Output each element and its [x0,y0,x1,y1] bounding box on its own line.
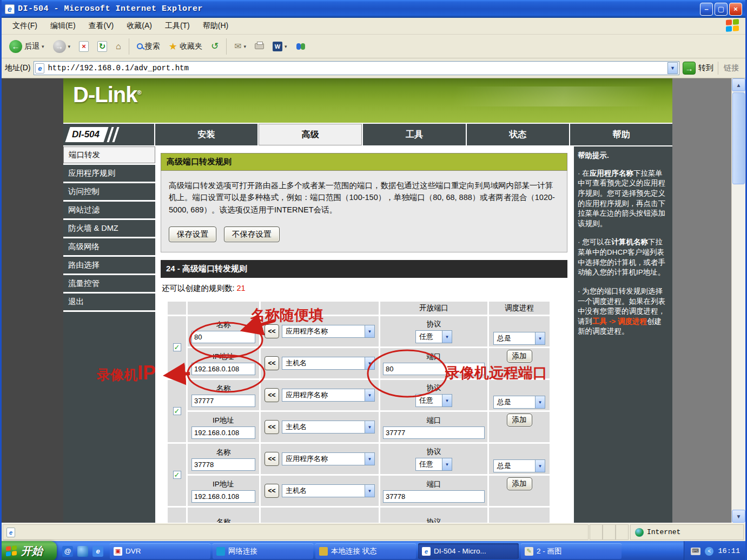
rule2-checkbox[interactable]: ✓ [173,407,181,415]
go-button[interactable]: → 转到 [683,62,713,75]
copy-left-button[interactable]: << [265,388,279,402]
app-name-select[interactable]: 应用程序名称▼ [282,325,375,338]
add-button[interactable]: 添加 [507,414,532,426]
sidebar-item-firewall-dmz[interactable]: 防火墙 & DMZ [63,220,155,237]
quicklaunch-desktop-icon[interactable] [77,546,88,557]
history-button[interactable]: ↺ [208,39,222,53]
sidebar-item-access-control[interactable]: 访问控制 [63,183,155,200]
host-name-select[interactable]: 主机名▼ [282,484,375,497]
menu-help[interactable]: 帮助(H) [196,19,235,33]
refresh-button[interactable]: ↻ [94,40,110,53]
stop-button[interactable]: × [76,40,92,53]
quicklaunch-outlook-icon[interactable]: @ [62,546,73,557]
protocol-select[interactable]: 任意▼ [415,394,452,407]
tray-chevron-icon[interactable]: < [705,547,713,556]
search-button[interactable]: 搜索 [134,41,163,52]
go-label: 转到 [698,63,713,73]
start-button[interactable]: 开始 [2,541,57,560]
copy-left-button[interactable]: << [265,484,279,498]
add-button[interactable]: 添加 [507,477,532,490]
rule1-ip-input[interactable] [191,363,255,375]
help-schedule-link[interactable]: 工具 -> 调度进程 [592,317,647,325]
rule3-port-input[interactable] [383,490,485,503]
minimize-button[interactable]: – [700,3,713,16]
rule2-ip-input[interactable] [191,426,255,439]
rule2-name-input[interactable] [191,395,255,407]
favorites-button[interactable]: ★ 收藏夹 [166,39,206,54]
app-name-select[interactable]: 应用程序名称▼ [282,389,375,402]
rule1-ip-cell: IP地址 [188,348,259,378]
vertical-scrollbar[interactable]: ▲ ▼ [731,78,745,523]
rule1-name-input[interactable] [191,331,255,343]
rule3-ip-input[interactable] [191,490,255,503]
rule3-name-input[interactable] [191,458,255,471]
menu-file[interactable]: 文件(F) [6,19,44,33]
menu-tools[interactable]: 工具(T) [158,19,196,33]
taskbar-item-ie-di504[interactable]: e DI-504 - Micro... [418,543,519,559]
back-button[interactable]: ← 后退 ▾ [6,39,48,54]
host-name-select[interactable]: 主机名▼ [282,421,375,434]
sidebar-item-advanced-network[interactable]: 高级网络 [63,238,155,255]
tab-setup[interactable]: 安装 [155,124,257,145]
tab-advanced[interactable]: 高级 [259,124,362,145]
rule1-port-input[interactable] [383,363,485,375]
dont-save-settings-button[interactable]: 不保存设置 [224,226,280,242]
copy-left-button[interactable]: << [265,452,279,466]
scroll-up-icon[interactable]: ▲ [732,78,745,91]
add-button[interactable]: 添加 [507,350,532,363]
rule4-protocol-cell: 协议 [380,508,487,523]
schedule-select[interactable]: 总是▼ [493,396,545,409]
app-name-select[interactable]: 应用程序名称▼ [282,452,375,465]
sidebar-item-logout[interactable]: 退出 [63,294,155,310]
tab-status[interactable]: 状态 [467,124,569,145]
schedule-select[interactable]: 总是▼ [493,332,545,345]
messenger-button[interactable] [293,41,309,52]
edit-button[interactable]: W ▾ [269,41,290,52]
scroll-down-icon[interactable]: ▼ [732,510,745,523]
protocol-select[interactable]: 任意▼ [415,330,452,343]
copy-left-button[interactable]: << [265,420,279,434]
address-input[interactable] [47,62,667,74]
taskbar-item-label: 网络连接 [228,546,257,556]
taskbar-item-network-connections[interactable]: 网络连接 [213,543,313,559]
tab-tools[interactable]: 工具 [363,124,465,145]
print-button[interactable] [252,42,267,50]
sidebar-item-traffic-control[interactable]: 流量控管 [63,275,155,292]
schedule-select[interactable]: 总是▼ [493,459,545,472]
scrollbar-thumb[interactable] [732,92,745,184]
sidebar-item-routing[interactable]: 路由选择 [63,257,155,274]
mail-dropdown-icon[interactable]: ▾ [244,44,247,49]
host-name-select[interactable]: 主机名▼ [282,357,375,370]
taskbar-item-paint[interactable]: ✎ 2 - 画图 [521,543,622,559]
keyboard-layout-icon[interactable]: ⌨ [691,548,700,555]
taskbar-item-dvr[interactable]: ▣ DVR [110,543,210,559]
sidebar-item-website-filter[interactable]: 网站过滤 [63,202,155,218]
mail-button[interactable]: ✉ ▾ [231,40,249,52]
save-settings-button[interactable]: 保存设置 [169,226,216,242]
main-content: 高级端口转发规则 高级端口转发选项可打开路由器上多个或者某一范围的端口，数据包通… [155,146,573,523]
menu-view[interactable]: 查看(V) [82,19,121,33]
sidebar-item-port-forwarding[interactable]: 端口转发 [63,146,155,163]
home-button[interactable]: ⌂ [113,41,124,52]
maximize-button[interactable]: ▢ [715,3,728,16]
address-dropdown-icon[interactable]: ▼ [667,62,678,74]
taskbar-item-lan-status[interactable]: 本地连接 状态 [315,543,416,559]
sidebar-item-application-rules[interactable]: 应用程序规则 [63,165,155,182]
forward-button[interactable]: → ▾ [50,39,74,54]
quicklaunch-ie-icon[interactable]: e [92,546,103,557]
scrollbar-track[interactable] [732,185,745,510]
menu-favorites[interactable]: 收藏(A) [120,19,158,33]
back-dropdown-icon[interactable]: ▾ [42,44,44,49]
rule3-checkbox[interactable]: ✓ [173,471,181,479]
tab-help[interactable]: 帮助 [570,124,672,145]
links-button[interactable]: 链接 [718,62,739,75]
rule1-checkbox[interactable]: ✓ [173,343,181,351]
menu-edit[interactable]: 编辑(E) [44,19,82,33]
close-button[interactable]: × [729,3,742,16]
edit-dropdown-icon[interactable]: ▾ [285,44,287,49]
rule4-app-cell [261,508,379,523]
rule2-port-input[interactable] [383,426,485,439]
protocol-select[interactable]: 任意▼ [415,458,452,471]
copy-left-button[interactable]: << [265,356,279,370]
copy-left-button[interactable]: << [265,324,279,338]
